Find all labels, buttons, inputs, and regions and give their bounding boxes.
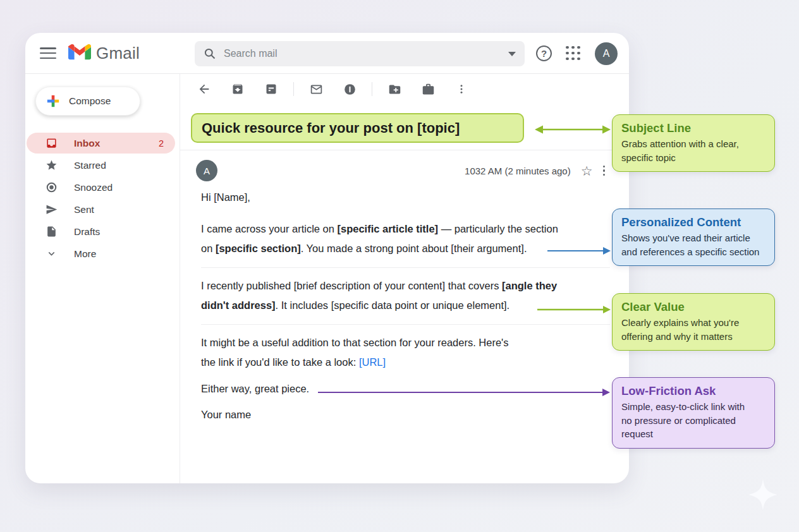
annotation-description: Simple, easy-to-click link with no press…: [621, 400, 765, 441]
sidebar-item-more[interactable]: More: [27, 243, 175, 264]
search-placeholder: Search mail: [224, 48, 508, 59]
paragraph-ask: It might be a useful addition to that se…: [201, 333, 610, 372]
inbox-icon: [46, 137, 58, 149]
compose-plus-icon: [46, 94, 60, 108]
gmail-logo: Gmail: [68, 44, 140, 63]
gmail-wordmark: Gmail: [96, 44, 140, 63]
sidebar-item-starred[interactable]: Starred: [27, 155, 175, 176]
inbox-count: 2: [159, 138, 164, 148]
sidebar-item-label: Drafts: [74, 226, 100, 238]
mail-toolbar: [180, 74, 629, 104]
compose-button[interactable]: Compose: [35, 87, 140, 116]
header-actions: ? A: [536, 33, 618, 74]
sidebar-item-label: Snoozed: [74, 182, 113, 193]
sidebar-item-label: Inbox: [74, 138, 100, 149]
toolbar-divider: [293, 82, 294, 96]
divider: [201, 267, 610, 268]
sidebar-item-snoozed[interactable]: Snoozed: [27, 177, 175, 198]
gmail-header: Gmail Search mail ? A: [25, 33, 629, 74]
annotation-description: Grabs attention with a clear, specific t…: [621, 137, 765, 164]
annotation-low-friction-ask: Low-Friction Ask Simple, easy-to-click l…: [612, 377, 775, 449]
annotation-subject-line: Subject Line Grabs attention with a clea…: [612, 114, 775, 172]
search-bar[interactable]: Search mail: [195, 41, 525, 66]
annotation-description: Clearly explains what you're offering an…: [621, 316, 765, 343]
sidebar-item-inbox[interactable]: Inbox 2: [27, 133, 175, 154]
divider: [201, 324, 610, 325]
compose-label: Compose: [69, 95, 111, 107]
annotation-description: Shows you've read their article and refe…: [621, 231, 765, 258]
mail-unread-icon[interactable]: [308, 82, 324, 97]
toolbar-divider: [372, 82, 372, 96]
sidebar-nav: Inbox 2 Starred Snoozed Sent: [25, 133, 180, 264]
apps-grid-icon[interactable]: [566, 46, 581, 61]
search-options-caret-icon[interactable]: [508, 52, 516, 56]
star-icon: [46, 159, 58, 171]
message-more-icon[interactable]: [603, 166, 606, 176]
alert-icon[interactable]: [342, 82, 357, 97]
annotation-title: Low-Friction Ask: [621, 384, 765, 398]
menu-icon[interactable]: [40, 47, 56, 59]
message-timestamp: 1032 AM (2 minutes ago): [465, 166, 571, 176]
personalized-content-arrow: [547, 246, 611, 256]
send-icon: [46, 203, 58, 215]
snoozed-icon: [46, 181, 58, 193]
message-header: A 1032 AM (2 minutes ago) ☆: [180, 150, 629, 181]
sparkle-icon: [745, 478, 781, 514]
archive-icon[interactable]: [230, 82, 245, 97]
chevron-down-icon: [46, 248, 58, 260]
subject-line-arrow: [535, 124, 611, 135]
briefcase-icon[interactable]: [420, 82, 436, 97]
sidebar-item-drafts[interactable]: Drafts: [27, 221, 175, 242]
signature: Your name: [201, 405, 610, 425]
drafts-icon: [46, 226, 58, 238]
low-friction-ask-arrow: [318, 387, 610, 397]
sidebar-item-label: Starred: [74, 160, 106, 171]
gmail-window: Gmail Search mail ? A: [25, 33, 629, 483]
help-icon[interactable]: ?: [536, 45, 552, 61]
star-message-icon[interactable]: ☆: [581, 164, 593, 178]
annotation-personalized-content: Personalized Content Shows you've read t…: [612, 209, 775, 266]
sidebar-item-sent[interactable]: Sent: [27, 199, 175, 220]
sender-avatar: A: [196, 160, 217, 181]
account-avatar[interactable]: A: [595, 42, 618, 65]
back-icon[interactable]: [197, 82, 212, 97]
annotation-title: Clear Value: [621, 300, 765, 314]
search-icon: [204, 47, 216, 60]
gmail-m-icon: [68, 44, 91, 62]
annotation-title: Personalized Content: [621, 215, 765, 229]
subject-line: Quick resource for your post on [topic]: [191, 113, 524, 143]
more-options-icon[interactable]: [454, 82, 469, 97]
page-background: Gmail Search mail ? A: [0, 0, 799, 532]
mail-pane: Quick resource for your post on [topic] …: [180, 74, 629, 483]
greeting: Hi [Name],: [201, 188, 610, 207]
sidebar: Compose Inbox 2 Starred Snoozed: [25, 74, 180, 483]
sidebar-item-label: More: [74, 248, 96, 260]
sidebar-item-label: Sent: [74, 204, 94, 215]
annotation-title: Subject Line: [621, 121, 765, 135]
annotation-clear-value: Clear Value Clearly explains what you're…: [612, 293, 775, 351]
clear-value-arrow: [537, 305, 611, 315]
folder-icon[interactable]: [387, 82, 402, 97]
report-spam-icon[interactable]: [264, 82, 279, 97]
